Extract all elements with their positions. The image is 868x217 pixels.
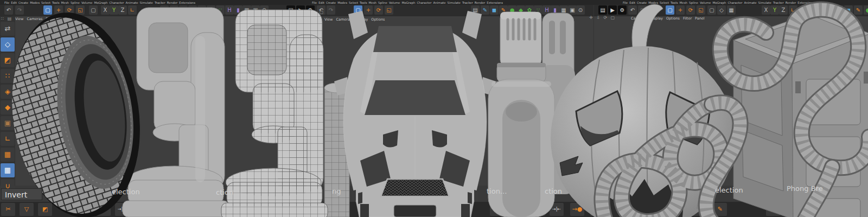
car-grille	[381, 179, 449, 196]
viewport-models	[0, 0, 868, 217]
model-sports-car-top-view[interactable]	[334, 11, 496, 217]
c4d-banner: FileEditCreateModesSelectToolsMeshSpline…	[0, 0, 868, 217]
model-clamp-wireframe[interactable]	[221, 10, 328, 217]
invert-tooltip: Invert	[1, 188, 42, 200]
